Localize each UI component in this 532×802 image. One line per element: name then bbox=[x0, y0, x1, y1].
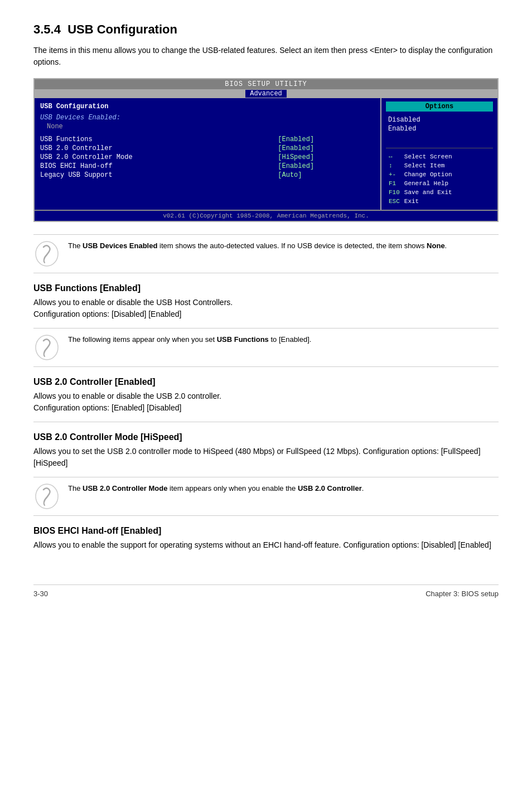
bios-option-disabled: Disabled bbox=[386, 116, 493, 124]
bios-item-value-1: [Enabled] bbox=[274, 144, 375, 153]
bios-legend-key-4: F10 bbox=[387, 189, 402, 196]
bios-item-label-2: USB 2.0 Controller Mode bbox=[40, 153, 274, 162]
bios-legend-desc-1: Select Item bbox=[403, 162, 454, 170]
bios-legend-desc-3: General Help bbox=[403, 180, 454, 187]
bios-nav-bar: Advanced bbox=[35, 89, 497, 98]
func-desc-usb-controller: Allows you to enable or disable the USB … bbox=[33, 390, 499, 414]
bios-item-value-2: [HiSpeed] bbox=[274, 153, 375, 162]
bios-right-panel: Options Disabled Enabled ↔Select Screen … bbox=[380, 98, 497, 210]
note-box-2: The following items appear only when you… bbox=[33, 328, 499, 367]
divider-1 bbox=[33, 422, 499, 422]
intro-paragraph: The items in this menu allows you to cha… bbox=[33, 45, 499, 68]
bios-legend-key-5: ESC bbox=[387, 197, 402, 205]
bios-legend-key-2: +- bbox=[387, 171, 402, 178]
note-text-2: The following items appear only when you… bbox=[68, 334, 311, 345]
bios-legend-key-3: F1 bbox=[387, 180, 402, 187]
footer-page-number: 3-30 bbox=[33, 590, 48, 598]
bios-item-label-1: USB 2.0 Controller bbox=[40, 144, 274, 153]
bios-nav-active: Advanced bbox=[245, 90, 287, 98]
page-footer: 3-30 Chapter 3: BIOS setup bbox=[33, 584, 499, 598]
page-title: 3.5.4 USB Configuration bbox=[33, 22, 499, 37]
note-text-1: The USB Devices Enabled item shows the a… bbox=[68, 240, 447, 252]
bios-item-label-0: USB Functions bbox=[40, 135, 274, 144]
bios-item-label-4: Legacy USB Support bbox=[40, 171, 274, 180]
table-row: USB 2.0 Controller Mode [HiSpeed] bbox=[40, 153, 375, 162]
bios-usb-devices-value: None bbox=[40, 123, 375, 131]
note-icon-2 bbox=[33, 334, 60, 361]
bios-left-panel: USB Configuration USB Devices Enabled: N… bbox=[35, 98, 380, 210]
bios-section-header: USB Configuration bbox=[40, 103, 375, 110]
bios-footer: v02.61 (C)Copyright 1985-2008, American … bbox=[35, 210, 497, 221]
func-heading-usb-controller: USB 2.0 Controller [Enabled] bbox=[33, 377, 499, 387]
note-box-3: The USB 2.0 Controller Mode item appears… bbox=[33, 477, 499, 516]
bios-legend-desc-2: Change Option bbox=[403, 171, 454, 178]
bios-legend-desc-4: Save and Exit bbox=[403, 189, 454, 196]
note-text-3: The USB 2.0 Controller Mode item appears… bbox=[68, 483, 364, 494]
bios-items-table: USB Functions [Enabled] USB 2.0 Controll… bbox=[40, 135, 375, 180]
table-row: USB 2.0 Controller [Enabled] bbox=[40, 144, 375, 153]
table-row: USB Functions [Enabled] bbox=[40, 135, 375, 144]
bios-legend-key-0: ↔ bbox=[387, 153, 402, 161]
bios-usb-devices-label: USB Devices Enabled: bbox=[40, 114, 375, 122]
bios-item-value-0: [Enabled] bbox=[274, 135, 375, 144]
bios-legend-desc-5: Exit bbox=[403, 197, 454, 205]
func-heading-usb-functions: USB Functions [Enabled] bbox=[33, 283, 499, 293]
bios-legend-key-1: ↕ bbox=[387, 162, 402, 170]
bios-option-enabled: Enabled bbox=[386, 125, 493, 133]
bios-title-bar: BIOS SETUP UTILITY bbox=[35, 79, 497, 89]
bios-ui: BIOS SETUP UTILITY Advanced USB Configur… bbox=[33, 78, 499, 222]
bios-item-label-3: BIOS EHCI Hand-off bbox=[40, 162, 274, 171]
bios-item-value-3: [Enabled] bbox=[274, 162, 375, 171]
bios-legend: ↔Select Screen ↕Select Item +-Change Opt… bbox=[386, 148, 493, 206]
table-row: BIOS EHCI Hand-off [Enabled] bbox=[40, 162, 375, 171]
func-desc-bios-ehci: Allows you to enable the support for ope… bbox=[33, 539, 499, 551]
bios-options-header: Options bbox=[386, 102, 493, 112]
bios-item-value-4: [Auto] bbox=[274, 171, 375, 180]
footer-chapter: Chapter 3: BIOS setup bbox=[425, 590, 499, 598]
note-icon-3 bbox=[33, 483, 60, 510]
func-desc-usb-controller-mode: Allows you to set the USB 2.0 controller… bbox=[33, 446, 499, 469]
table-row: Legacy USB Support [Auto] bbox=[40, 171, 375, 180]
func-heading-usb-controller-mode: USB 2.0 Controller Mode [HiSpeed] bbox=[33, 432, 499, 442]
func-heading-bios-ehci: BIOS EHCI Hand-off [Enabled] bbox=[33, 526, 499, 536]
func-desc-usb-functions: Allows you to enable or disable the USB … bbox=[33, 297, 499, 320]
note-box-1: The USB Devices Enabled item shows the a… bbox=[33, 234, 499, 273]
note-icon-1 bbox=[33, 240, 60, 267]
bios-legend-desc-0: Select Screen bbox=[403, 153, 454, 161]
